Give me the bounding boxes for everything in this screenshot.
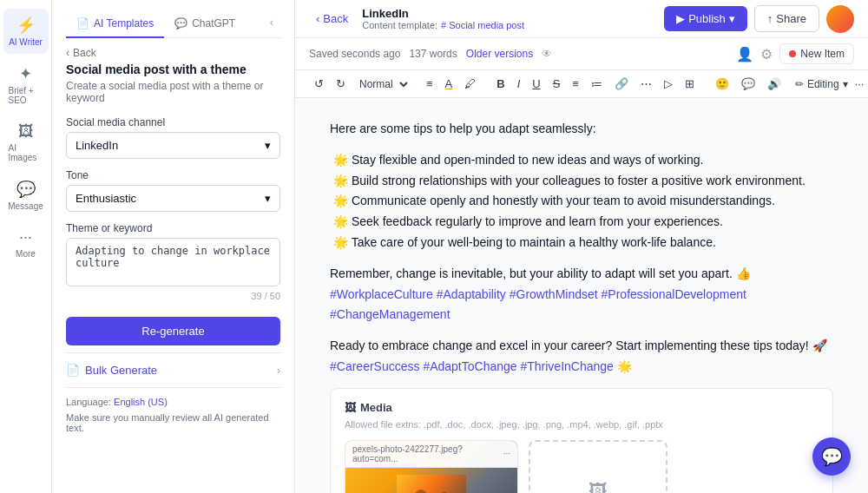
back-link[interactable]: ‹ Back <box>52 38 294 62</box>
nav-item-message[interactable]: 💬 Message <box>3 173 49 218</box>
filename: pexels-photo-2422277.jpeg?auto=com... <box>352 444 503 463</box>
saved-status: Saved seconds ago <box>309 48 400 60</box>
closing-paragraph-1[interactable]: Remember, change is inevitable, but your… <box>330 264 833 325</box>
more-format-button[interactable]: ⋯ <box>635 74 657 94</box>
list-item: 🌟 Take care of your well-being to mainta… <box>330 233 833 253</box>
list-item: 🌟 Build strong relationships with your c… <box>330 171 833 192</box>
format-select[interactable]: Normal <box>352 76 411 93</box>
nav-item-label: Brief + SEO <box>9 86 43 105</box>
nav-item-label: AI Writer <box>9 37 43 47</box>
list-item: 🌟 Stay flexible and open-minded to new i… <box>330 150 833 171</box>
theme-field-group: Theme or keyword Adapting to change in w… <box>66 222 280 301</box>
play-icon: ▶ <box>676 12 685 25</box>
theme-label: Theme or keyword <box>66 222 280 234</box>
ul-button[interactable]: ≡ <box>567 74 584 94</box>
image-add-icon: 🖼 <box>589 481 608 493</box>
bulk-arrow-icon: › <box>277 364 280 377</box>
media-grid: pexels-photo-2422277.jpeg?auto=com... ··… <box>345 440 819 493</box>
underline-button[interactable]: U <box>527 74 545 94</box>
editor-toolbar: ↺ ↻ Normal ≡ A 🖊 B I U S ≡ ≔ 🔗 ⋯ ▷ ⊞ 🙂 💬… <box>295 70 868 98</box>
emoji-button[interactable]: 🙂 <box>710 74 734 94</box>
tab-ai-templates[interactable]: 📄 AI Templates <box>66 10 164 38</box>
chevron-down-icon: ▾ <box>265 139 271 152</box>
publish-button[interactable]: ▶ Publish ▾ <box>664 6 747 31</box>
nav-item-brief-seo[interactable]: ✦ Brief + SEO <box>3 57 49 112</box>
share-icon: ↑ <box>767 12 773 25</box>
page-header: LinkedIn Content template: # Social medi… <box>362 7 524 30</box>
closing-paragraph-2[interactable]: Ready to embrace change and excel in you… <box>330 336 833 378</box>
play-toolbar-button[interactable]: ▷ <box>659 74 678 94</box>
back-nav-button[interactable]: ‹ Back <box>309 9 355 29</box>
redo-button[interactable]: ↻ <box>331 74 351 94</box>
share-button[interactable]: ↑ Share <box>754 5 819 32</box>
word-count: 137 words <box>409 48 457 60</box>
table-button[interactable]: ⊞ <box>680 74 700 94</box>
editing-label: Editing <box>807 78 839 90</box>
media-title: 🖼 Media <box>345 401 819 414</box>
intro-paragraph[interactable]: Here are some tips to help you adapt sea… <box>330 119 833 140</box>
bold-button[interactable]: B <box>491 74 510 94</box>
speech-button[interactable]: 🔊 <box>762 74 786 94</box>
channel-field-group: Social media channel LinkedIn ▾ <box>66 116 280 159</box>
strikethrough-button[interactable]: S <box>548 74 566 94</box>
tab-chatgpt[interactable]: 💬 ChatGPT <box>164 10 246 38</box>
language-link[interactable]: English (US) <box>114 397 168 407</box>
status-bar-right: 👤 ⚙ New Item <box>736 43 854 64</box>
text-color-button[interactable]: A <box>440 74 458 94</box>
editor-content: Here are some tips to help you adapt sea… <box>295 98 868 493</box>
older-versions-link[interactable]: Older versions <box>466 48 533 60</box>
editing-chevron-icon: ▾ <box>843 78 848 90</box>
nav-item-ai-images[interactable]: 🖼 AI Images <box>3 115 49 169</box>
main-area: ‹ Back LinkedIn Content template: # Soci… <box>295 0 868 493</box>
link-button[interactable]: 🔗 <box>609 74 634 94</box>
char-count: 39 / 50 <box>66 291 280 301</box>
media-allowed-text: Allowed file extns: .pdf, .doc, .docx, .… <box>345 419 819 430</box>
more-media-icon[interactable]: ··· <box>503 449 510 458</box>
avatar[interactable] <box>826 5 854 33</box>
comment-button[interactable]: 💬 <box>736 74 760 94</box>
app-name: LinkedIn <box>362 7 524 20</box>
gear-icon: ⚙ <box>760 46 773 62</box>
chat-fab-button[interactable]: 💬 <box>812 437 851 476</box>
tone-select[interactable]: Enthusiastic ▾ <box>66 185 280 212</box>
chat-fab-icon: 💬 <box>821 446 843 467</box>
bulk-generate-row[interactable]: 📄 Bulk Generate › <box>66 352 280 388</box>
person-icon: 👤 <box>736 46 753 62</box>
status-dot <box>789 50 796 57</box>
list-item: 🌟 Seek feedback regularly to improve and… <box>330 212 833 233</box>
bulk-icon: 📄 <box>66 364 80 377</box>
sidebar: 📄 AI Templates 💬 ChatGPT ‹ ‹ Back Social… <box>52 0 295 493</box>
message-icon: 💬 <box>16 180 36 199</box>
italic-button[interactable]: I <box>512 74 526 94</box>
nav-item-label: More <box>16 249 36 259</box>
media-thumbnail[interactable]: pexels-photo-2422277.jpeg?auto=com... ··… <box>345 440 518 493</box>
breadcrumb-link[interactable]: # Social media post <box>441 20 524 30</box>
hash-icon: # <box>441 20 446 30</box>
highlight-button[interactable]: 🖊 <box>459 74 481 94</box>
theme-input[interactable]: Adapting to change in workplace culture <box>66 238 280 286</box>
regenerate-button[interactable]: Re-generate <box>66 317 280 345</box>
undo-button[interactable]: ↺ <box>309 74 329 94</box>
channel-label: Social media channel <box>66 116 280 128</box>
ai-templates-icon: 📄 <box>76 17 89 30</box>
nav-item-more[interactable]: ··· More <box>3 221 49 266</box>
more-options-button[interactable]: ··· <box>850 74 868 94</box>
ol-button[interactable]: ≔ <box>586 74 608 94</box>
chevron-down-icon: ▾ <box>265 192 271 205</box>
tone-field-group: Tone Enthusiastic ▾ <box>66 169 280 212</box>
status-bar: Saved seconds ago 137 words Older versio… <box>295 38 868 70</box>
nav-item-ai-writer[interactable]: ⚡ AI Writer <box>3 9 49 54</box>
channel-select[interactable]: LinkedIn ▾ <box>66 132 280 159</box>
media-icon: 🖼 <box>345 401 356 414</box>
ai-writer-icon: ⚡ <box>16 16 36 35</box>
top-bar-actions: ▶ Publish ▾ ↑ Share <box>664 5 854 33</box>
collapse-sidebar-button[interactable]: ‹ <box>263 10 280 37</box>
publish-chevron-icon: ▾ <box>729 12 735 25</box>
breadcrumb: Content template: # Social media post <box>362 20 524 30</box>
tab-row: 📄 AI Templates 💬 ChatGPT ‹ <box>66 10 280 38</box>
align-button[interactable]: ≡ <box>421 74 438 94</box>
new-item-button[interactable]: New Item <box>779 43 854 64</box>
add-media-button[interactable]: 🖼 Add image/video <box>529 440 667 493</box>
more-icon: ··· <box>19 228 32 246</box>
top-bar: ‹ Back LinkedIn Content template: # Soci… <box>295 0 868 38</box>
